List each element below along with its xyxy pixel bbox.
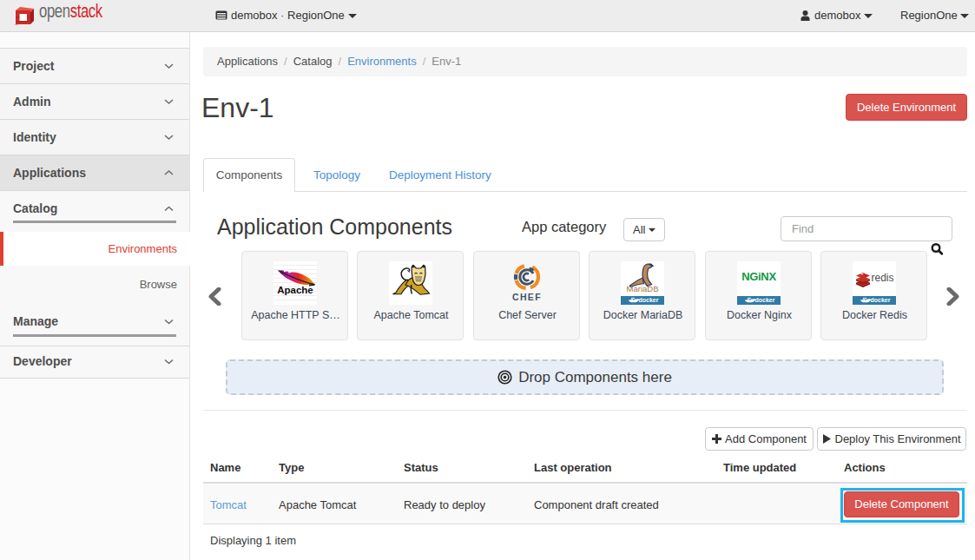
svg-text:redis: redis bbox=[871, 272, 893, 284]
svg-text:Apache: Apache bbox=[277, 285, 313, 295]
svg-text:CHEF: CHEF bbox=[512, 292, 542, 302]
svg-text:MariaDB: MariaDB bbox=[626, 284, 658, 293]
svg-text:NGiNX: NGiNX bbox=[741, 270, 776, 283]
